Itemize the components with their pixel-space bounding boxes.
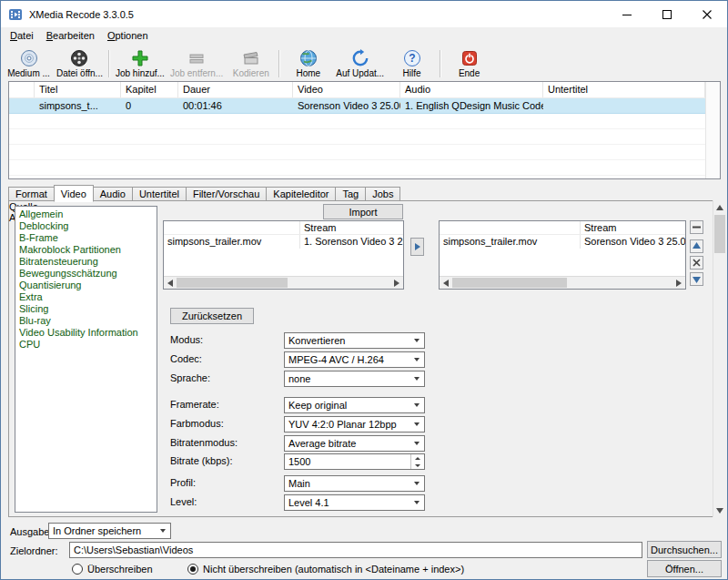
scroll-thumb[interactable]	[714, 215, 725, 253]
sidebar-item-quantisierung[interactable]: Quantisierung	[15, 280, 157, 291]
column-header-untertitel[interactable]: Untertitel	[543, 82, 705, 97]
column-header-video[interactable]: Video	[293, 82, 400, 97]
tab-tag[interactable]: Tag	[335, 187, 366, 201]
column-header-kapitel[interactable]: Kapitel	[121, 82, 178, 97]
tab-untertitel[interactable]: Untertitel	[132, 187, 187, 201]
stream-delete-button[interactable]	[690, 256, 703, 270]
radio-nicht-ueberschreiben[interactable]	[187, 564, 198, 575]
sidebar-item-blu-ray[interactable]: Blu-ray	[15, 315, 157, 327]
toolbar-separator	[440, 50, 441, 77]
profil-select[interactable]: Main	[284, 475, 425, 492]
stream-move-up-button[interactable]	[690, 239, 703, 253]
toolbar-button-datei-oeffnen[interactable]: Datei öffn...	[54, 46, 106, 80]
sidebar-item-deblocking[interactable]: Deblocking	[15, 220, 157, 232]
sidebar-item-video-usability-information[interactable]: Video Usability Information	[15, 327, 157, 339]
menubar: Datei Bearbeiten Optionen	[1, 27, 727, 46]
scroll-down-button[interactable]	[713, 504, 726, 517]
sidebar-item-bewegungsschaetzung[interactable]: Bewegungsschätzung	[15, 268, 157, 280]
radio-ueberschreiben[interactable]	[72, 564, 83, 575]
menu-item-datei[interactable]: Datei	[4, 27, 40, 46]
sidebar-item-extra[interactable]: Extra	[15, 291, 157, 303]
output-stream-row[interactable]: simpsons_trailer.mov Sorenson Video 3 25…	[440, 235, 685, 249]
menu-item-bearbeiten[interactable]: Bearbeiten	[40, 27, 101, 46]
help-icon: ?	[403, 49, 421, 67]
arrow-up-icon	[692, 241, 702, 251]
sidebar-item-slicing[interactable]: Slicing	[15, 303, 157, 315]
table-row-empty	[9, 129, 705, 145]
scroll-right-button[interactable]	[672, 277, 685, 289]
framerate-select[interactable]: Keep original	[284, 397, 425, 413]
tab-filter-vorschau[interactable]: Filter/Vorschau	[186, 187, 267, 201]
close-button[interactable]	[687, 1, 727, 27]
sidebar-item-b-frame[interactable]: B-Frame	[15, 232, 157, 244]
toolbar-button-ende[interactable]: Ende	[444, 46, 494, 80]
sidebar-item-bitratensteuerung[interactable]: Bitratensteuerung	[15, 256, 157, 268]
scroll-thumb[interactable]	[177, 278, 288, 288]
modus-select[interactable]: Konvertieren	[284, 332, 425, 349]
output-stream-info: Sorenson Video 3 25.00 Hz	[581, 235, 685, 249]
cell-audio: 1. English QDesign Music Codec 2 12...	[400, 98, 543, 113]
import-button[interactable]: Import	[323, 204, 403, 219]
spin-up-button[interactable]	[411, 454, 424, 462]
radio-nicht-ueberschreiben-label[interactable]: Nicht überschreiben (automatisch in <Dat…	[203, 564, 464, 575]
scroll-up-button[interactable]	[713, 200, 726, 214]
toolbar-button-hilfe[interactable]: ? Hilfe	[387, 46, 437, 80]
farbmodus-label: Farbmodus:	[170, 418, 224, 429]
toolbar-button-auf-update[interactable]: Auf Updat...	[333, 46, 387, 80]
file-table-scrollbar[interactable]	[705, 82, 720, 178]
table-row[interactable]: simpsons_t... 0 00:01:46 Sorenson Video …	[9, 98, 705, 114]
column-header-audio[interactable]: Audio	[400, 82, 543, 97]
chevron-down-icon	[410, 352, 424, 367]
stream-remove-all-button[interactable]	[690, 220, 703, 234]
stream-move-down-button[interactable]	[690, 272, 703, 286]
bitratenmodus-label: Bitratenmodus:	[170, 437, 238, 448]
spin-down-button[interactable]	[411, 462, 424, 469]
tab-format[interactable]: Format	[8, 187, 55, 201]
output-stream-column-header[interactable]: Stream	[581, 221, 685, 234]
farbmodus-select[interactable]: YUV 4:2:0 Planar 12bpp	[284, 416, 425, 432]
bitrate-input[interactable]: 1500	[284, 453, 425, 470]
sidebar-item-makroblock-partitionen[interactable]: Makroblock Partitionen	[15, 244, 157, 256]
source-stream-column-header[interactable]: Stream	[300, 221, 403, 234]
column-header-dauer[interactable]: Dauer	[178, 82, 293, 97]
output-mode-select[interactable]: In Ordner speichern	[48, 523, 171, 539]
framerate-label: Framerate:	[170, 399, 219, 410]
tab-audio[interactable]: Audio	[93, 187, 133, 201]
menu-item-optionen[interactable]: Optionen	[101, 27, 155, 46]
tab-jobs[interactable]: Jobs	[365, 187, 400, 201]
browse-button[interactable]: Durchsuchen...	[647, 541, 722, 558]
scroll-left-button[interactable]	[164, 277, 177, 289]
codec-select[interactable]: MPEG-4 AVC / H.264	[284, 351, 425, 368]
chevron-down-icon	[410, 417, 424, 432]
scroll-left-button[interactable]	[440, 277, 452, 289]
minimize-button[interactable]	[607, 1, 647, 27]
open-button[interactable]: Öffnen...	[647, 560, 722, 577]
toolbar-button-medium[interactable]: Medium ...	[4, 46, 54, 80]
radio-ueberschreiben-label[interactable]: Überschreiben	[87, 564, 153, 575]
arrow-up-icon	[716, 205, 723, 210]
source-stream-row[interactable]: simpsons_trailer.mov 1. Sorenson Video 3…	[164, 235, 403, 249]
chevron-down-icon	[410, 371, 424, 386]
column-header-titel[interactable]: Titel	[35, 82, 121, 97]
level-select[interactable]: Level 4.1	[284, 494, 425, 511]
target-folder-input[interactable]	[69, 542, 642, 558]
sidebar-item-allgemein[interactable]: Allgemein	[15, 209, 157, 220]
reset-button[interactable]: Zurücksetzen	[170, 308, 254, 324]
scroll-thumb[interactable]	[452, 278, 567, 288]
table-row-empty	[9, 114, 705, 129]
scroll-right-button[interactable]	[390, 277, 403, 289]
encode-icon	[242, 49, 260, 67]
sidebar-item-cpu[interactable]: CPU	[15, 339, 157, 351]
sprache-select[interactable]: none	[284, 371, 425, 387]
tabstrip: Format Video Audio Untertitel Filter/Vor…	[8, 185, 399, 201]
transfer-button[interactable]	[410, 238, 424, 256]
table-row-empty	[9, 160, 705, 176]
toolbar-button-home[interactable]: Home	[283, 46, 333, 80]
maximize-button[interactable]	[647, 1, 687, 27]
tab-video[interactable]: Video	[54, 185, 94, 202]
tab-kapiteleditor[interactable]: Kapiteleditor	[266, 187, 336, 201]
bitratenmodus-select[interactable]: Average bitrate	[284, 435, 425, 452]
chevron-down-icon	[410, 398, 424, 412]
toolbar-button-job-hinzufuegen[interactable]: Job hinzuf...	[113, 46, 167, 80]
arrow-left-icon	[167, 280, 173, 287]
